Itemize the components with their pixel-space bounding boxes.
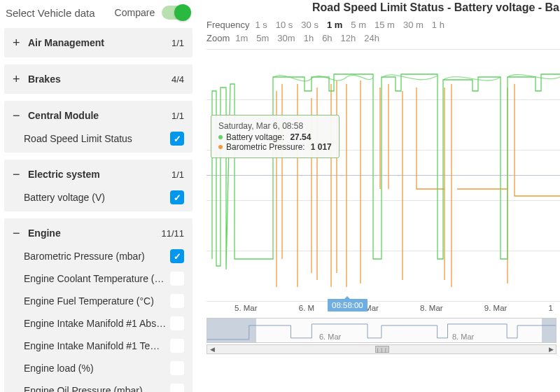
group-item-label: Barometric Pressure (mbar): [24, 251, 167, 262]
frequency-option[interactable]: 5 m: [351, 20, 366, 30]
chart-area[interactable]: Saturday, Mar 6, 08:58 Battery voltage:2…: [206, 49, 560, 301]
frequency-option[interactable]: 15 m: [374, 20, 395, 30]
group-header[interactable]: −Central Module1/1: [4, 104, 192, 127]
frequency-option[interactable]: 1 s: [255, 20, 267, 30]
group-name: Brakes: [28, 74, 172, 85]
horizontal-scrollbar[interactable]: ◀ | | | ▶: [206, 344, 556, 354]
tooltip-series-value: 27.54: [290, 132, 311, 142]
group-item-label: Engine Coolant Temperature (°C): [24, 273, 167, 284]
group-item[interactable]: Engine Intake Manifold #1 Abs…: [4, 312, 192, 335]
compare-label: Compare: [115, 7, 155, 18]
group: −Central Module1/1Road Speed Limit Statu…: [4, 101, 192, 153]
expand-icon: −: [13, 109, 22, 122]
sidebar-title: Select Vehicle data: [6, 7, 95, 19]
group-item-label: Engine Intake Manifold #1 Tem…: [24, 340, 167, 351]
zoom-option[interactable]: 30m: [277, 33, 295, 43]
group-count: 1/1: [172, 169, 184, 180]
group-header[interactable]: −Electric system1/1: [4, 162, 192, 186]
group-name: Engine: [28, 227, 161, 239]
group-item[interactable]: Barometric Pressure (mbar)✓: [4, 245, 192, 267]
zoom-option[interactable]: 1h: [304, 33, 314, 43]
frequency-option[interactable]: 30 s: [301, 20, 318, 30]
chart-title: Road Speed Limit Status - Battery voltag…: [206, 1, 560, 14]
checkbox[interactable]: [170, 339, 184, 353]
nav-label: 8. Mar: [452, 332, 474, 341]
group-name: Air Management: [28, 37, 172, 48]
check-icon: ✓: [174, 251, 181, 262]
zoom-option[interactable]: 12h: [341, 33, 356, 43]
group-item-label: Engine Fuel Temperature (°C): [24, 295, 167, 307]
group-item[interactable]: Engine Oil Pressure (mbar): [4, 379, 192, 392]
x-tick: 8. Mar: [420, 304, 443, 312]
zoom-option[interactable]: 6h: [322, 33, 332, 43]
checkbox[interactable]: [170, 361, 184, 375]
group: −Engine11/11Barometric Pressure (mbar)✓E…: [4, 218, 192, 392]
checkbox[interactable]: [170, 272, 184, 286]
group-count: 1/1: [172, 38, 184, 48]
tooltip-header: Saturday, Mar 6, 08:58: [218, 121, 332, 131]
series-dot-icon: [218, 135, 223, 139]
group-item[interactable]: Engine Coolant Temperature (°C): [4, 267, 192, 290]
frequency-option[interactable]: 10 s: [276, 20, 293, 30]
group-header[interactable]: −Engine11/11: [4, 221, 192, 245]
expand-icon: +: [13, 36, 22, 49]
tooltip-series-name: Barometric Pressure:: [226, 142, 305, 152]
group-item[interactable]: Engine Intake Manifold #1 Tem…: [4, 335, 192, 357]
checkbox[interactable]: [170, 316, 184, 330]
group-item[interactable]: Road Speed Limit Status✓: [4, 127, 192, 150]
sidebar: Select Vehicle data Compare +Air Managem…: [0, 0, 200, 392]
x-tick: 1: [549, 304, 553, 312]
zoom-option[interactable]: 5m: [256, 33, 269, 43]
main: Road Speed Limit Status - Battery voltag…: [200, 0, 560, 392]
x-tick: 9. Mar: [484, 304, 507, 312]
zoom-option[interactable]: 1m: [235, 33, 248, 43]
zoom-label: Zoom: [206, 33, 230, 43]
group-item[interactable]: Engine load (%): [4, 357, 192, 379]
zoom-options: 1m5m30m1h6h12h24h: [235, 33, 379, 43]
tooltip-row: Battery voltage:27.54: [218, 132, 332, 142]
checkbox[interactable]: [170, 294, 184, 308]
group-item[interactable]: Engine Fuel Temperature (°C): [4, 290, 192, 312]
x-axis-highlight: 08:58:00: [328, 299, 368, 312]
group-name: Electric system: [28, 169, 172, 180]
tooltip-row: Barometric Pressure:1 017: [218, 142, 332, 152]
group: −Electric system1/1Battery voltage (V)✓: [4, 160, 192, 211]
group-header[interactable]: +Brakes4/4: [4, 67, 192, 91]
scroll-thumb[interactable]: | | |: [375, 346, 389, 353]
expand-icon: +: [13, 73, 22, 85]
tooltip-series-name: Battery voltage:: [226, 132, 284, 142]
group-item-label: Battery voltage (V): [24, 192, 167, 203]
checkbox[interactable]: [170, 384, 184, 392]
frequency-option[interactable]: 30 m: [403, 20, 424, 30]
nav-label: 6. Mar: [319, 332, 341, 341]
group-count: 4/4: [172, 74, 184, 85]
group-item[interactable]: Battery voltage (V)✓: [4, 186, 192, 209]
zoom-option[interactable]: 24h: [364, 33, 379, 43]
chart-canvas: [206, 49, 560, 301]
x-tick: 6. M: [299, 304, 314, 312]
group-item-label: Engine Oil Pressure (mbar): [24, 385, 167, 392]
group-item-label: Engine load (%): [24, 363, 167, 374]
group: +Brakes4/4: [4, 64, 192, 94]
group-count: 1/1: [172, 111, 184, 121]
series-dot-icon: [218, 145, 223, 149]
compare-toggle[interactable]: [162, 6, 190, 20]
tooltip-series-value: 1 017: [311, 142, 332, 152]
x-axis: 5. Mar 6. M 7. Mar 8. Mar 9. Mar 1 08:58…: [206, 301, 560, 312]
scroll-left-icon[interactable]: ◀: [207, 345, 217, 354]
chart-navigator[interactable]: 6. Mar 8. Mar: [206, 318, 556, 343]
group-item-label: Road Speed Limit Status: [24, 133, 167, 144]
checkbox[interactable]: ✓: [170, 249, 184, 263]
check-icon: ✓: [174, 192, 181, 203]
frequency-option[interactable]: 1 m: [327, 20, 342, 30]
checkbox[interactable]: ✓: [170, 190, 184, 204]
expand-icon: −: [13, 168, 22, 181]
x-tick: 5. Mar: [234, 304, 258, 312]
group-header[interactable]: +Air Management1/1: [4, 31, 192, 55]
frequency-option[interactable]: 1 h: [432, 20, 444, 30]
checkbox[interactable]: ✓: [170, 132, 184, 146]
chart-tooltip: Saturday, Mar 6, 08:58 Battery voltage:2…: [211, 115, 340, 158]
group-name: Central Module: [28, 110, 172, 121]
scroll-right-icon[interactable]: ▶: [546, 345, 556, 354]
frequency-label: Frequency: [206, 20, 249, 30]
